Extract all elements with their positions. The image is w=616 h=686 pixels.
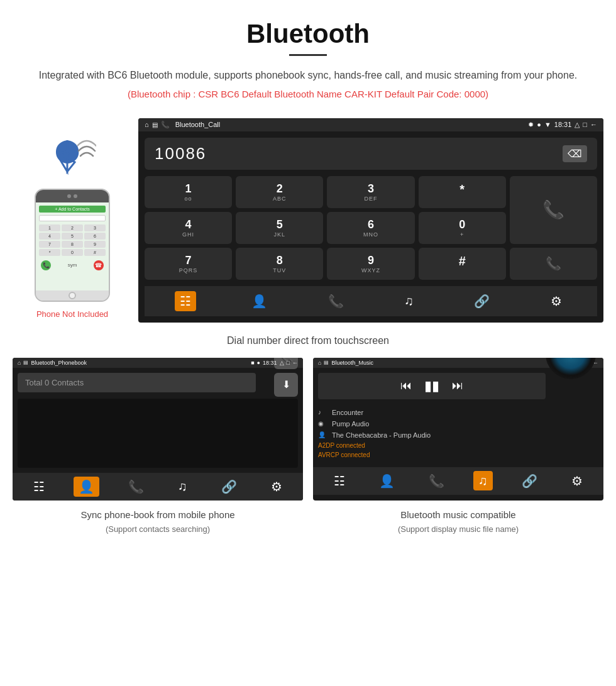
music-caption-sub: (Support display music file name) — [313, 523, 603, 536]
phone-top-bar — [36, 190, 109, 202]
android-bottom-nav: ☷ 👤 📞 ♫ 🔗 ⚙ — [145, 286, 597, 316]
page-header: Bluetooth Integrated with BC6 Bluetooth … — [0, 0, 616, 118]
page-description: Integrated with BC6 Bluetooth module, su… — [38, 67, 578, 84]
track-item-2: ◉ Pump Audio — [318, 418, 598, 429]
phone-key-6[interactable]: 6 — [84, 233, 106, 240]
phonebook-download-button[interactable]: ⬇ — [274, 373, 298, 397]
pb-nav-phone[interactable]: 📞 — [123, 477, 149, 497]
dial-number-display: 10086 — [155, 144, 206, 163]
phone-home-button[interactable] — [69, 292, 76, 299]
pb-sim-icon: ▤ — [23, 360, 28, 365]
next-button[interactable]: ⏭ — [452, 379, 463, 392]
mu-sim-icon: ▤ — [324, 360, 329, 365]
call-button[interactable]: 📞 — [510, 176, 597, 244]
pb-home-icon[interactable]: ⌂ — [18, 360, 21, 366]
pb-nav-contacts[interactable]: 👤 — [74, 477, 99, 497]
phonebook-caption-sub: (Support contacts searching) — [13, 523, 303, 536]
call-phone-icon: 📞 — [542, 199, 564, 220]
redial-button[interactable]: 📞 — [510, 248, 597, 280]
key-hash[interactable]: # — [419, 248, 506, 280]
mu-nav-phone[interactable]: 📞 — [424, 471, 449, 491]
phonebook-status-bar: ⌂ ▤ Bluetooth_Phonebook ■ ● 18:31 △ □ ← — [13, 358, 303, 368]
nav-music[interactable]: ♫ — [399, 291, 419, 311]
dial-delete-button[interactable]: ⌫ — [563, 145, 587, 162]
vinyl-disc: ✹ ♫ — [546, 358, 596, 379]
music-caption-main: Bluetooth music compatible — [313, 508, 603, 523]
dial-input-row: 10086 ⌫ — [145, 138, 597, 170]
key-3[interactable]: 3DEF — [327, 176, 414, 208]
phone-key-hash[interactable]: # — [84, 249, 106, 256]
key-star[interactable]: * — [419, 176, 506, 208]
phone-key-4[interactable]: 4 — [39, 233, 60, 240]
pb-back-icon[interactable]: ← — [292, 360, 298, 366]
mu-nav-settings[interactable]: ⚙ — [566, 471, 588, 491]
key-4[interactable]: 4GHI — [145, 212, 232, 244]
contacts-search-field[interactable]: Total 0 Contacts — [18, 373, 256, 392]
phone-key-1[interactable]: 1 — [39, 224, 60, 231]
pb-nav-dialpad[interactable]: ☷ — [28, 477, 50, 497]
music-bottom-nav: ☷ 👤 📞 ♫ 🔗 ⚙ — [313, 467, 603, 495]
numpad-grid: 1oo 2ABC 3DEF * 📞 4GHI 5JKL 6MNO 0+ 7PQR… — [145, 176, 597, 280]
prev-button[interactable]: ⏮ — [400, 379, 412, 392]
pb-nav-settings[interactable]: ⚙ — [266, 477, 287, 497]
mu-nav-link[interactable]: 🔗 — [517, 471, 542, 491]
nav-contacts[interactable]: 👤 — [246, 291, 272, 311]
mu-nav-contacts[interactable]: 👤 — [374, 471, 400, 491]
key-6[interactable]: 6MNO — [327, 212, 414, 244]
mu-nav-music[interactable]: ♫ — [473, 471, 493, 490]
key-1[interactable]: 1oo — [145, 176, 232, 208]
nav-phone[interactable]: 📞 — [323, 291, 349, 311]
mu-app-name: Bluetooth_Music — [331, 360, 373, 366]
pb-nav-link[interactable]: 🔗 — [216, 477, 242, 497]
nav-link[interactable]: 🔗 — [469, 291, 495, 311]
track-2-icon: ◉ — [318, 420, 327, 427]
key-9[interactable]: 9WXYZ — [327, 248, 414, 280]
track-item-1: ♪ Encounter — [318, 407, 598, 418]
nav-dialpad[interactable]: ☷ — [175, 291, 196, 311]
phonebook-status-right: ■ ● 18:31 △ □ ← — [251, 360, 298, 366]
phone-key-2[interactable]: 2 — [62, 224, 83, 231]
pb-nav-music[interactable]: ♫ — [173, 477, 192, 496]
mu-home-icon[interactable]: ⌂ — [318, 360, 321, 366]
music-controls: ⏮ ▮▮ ⏭ — [318, 373, 546, 399]
phone-key-0[interactable]: 0 — [62, 249, 83, 256]
status-right: ✹ ● ▼ 18:31 △ □ ← — [528, 121, 597, 129]
pause-button[interactable]: ▮▮ — [424, 378, 439, 394]
phone-key-8[interactable]: 8 — [62, 241, 83, 248]
pb-expand-icon[interactable]: △ — [280, 360, 284, 366]
phone-key-9[interactable]: 9 — [84, 241, 106, 248]
signal-icon: ● — [537, 121, 541, 128]
key-7[interactable]: 7PQRS — [145, 248, 232, 280]
time-display: 18:31 — [554, 121, 572, 128]
phone-bottom-btns: 📞 sym ☎ — [39, 258, 106, 272]
pb-signal-icon: ● — [257, 360, 260, 366]
phone-end-button[interactable]: ☎ — [94, 260, 104, 270]
pb-window-icon[interactable]: □ — [287, 360, 290, 366]
back-icon[interactable]: ← — [590, 121, 597, 128]
window-icon[interactable]: □ — [583, 121, 587, 128]
phone-key-7[interactable]: 7 — [39, 241, 60, 248]
key-8[interactable]: 8TUV — [236, 248, 323, 280]
phone-key-star[interactable]: * — [39, 249, 60, 256]
status-left: ⌂ ▤ 📞 Bluetooth_Call — [145, 121, 524, 129]
android-dial-content: 10086 ⌫ 1oo 2ABC 3DEF * 📞 4GHI 5JKL 6MNO… — [138, 131, 603, 323]
phone-call-button[interactable]: 📞 — [41, 260, 51, 270]
phone-mockup: + Add to Contacts 1 2 3 4 5 6 7 8 9 * 0 … — [35, 189, 110, 302]
home-icon[interactable]: ⌂ — [145, 121, 149, 128]
key-0-plus[interactable]: 0+ — [419, 212, 506, 244]
nav-settings[interactable]: ⚙ — [546, 291, 567, 311]
key-2[interactable]: 2ABC — [236, 176, 323, 208]
bluetooth-status-icon: ✹ — [528, 121, 534, 129]
track-item-3: 👤 The Cheebacabra - Pump Audio — [318, 429, 598, 441]
phone-not-included-label: Phone Not Included — [36, 309, 108, 319]
phone-key-3[interactable]: 3 — [84, 224, 106, 231]
phone-numpad: 1 2 3 4 5 6 7 8 9 * 0 # — [39, 224, 106, 256]
mu-nav-dialpad[interactable]: ☷ — [329, 471, 350, 491]
app-name-call: Bluetooth_Call — [175, 121, 221, 128]
expand-icon[interactable]: △ — [575, 121, 580, 129]
phone-key-5[interactable]: 5 — [62, 233, 83, 240]
phone-speaker — [67, 194, 71, 198]
pb-bt-icon: ■ — [251, 360, 254, 366]
music-content: ✹ ♫ ⏮ ▮▮ ⏭ ♪ Encounter ◉ Pump Audio — [313, 368, 603, 467]
key-5[interactable]: 5JKL — [236, 212, 323, 244]
